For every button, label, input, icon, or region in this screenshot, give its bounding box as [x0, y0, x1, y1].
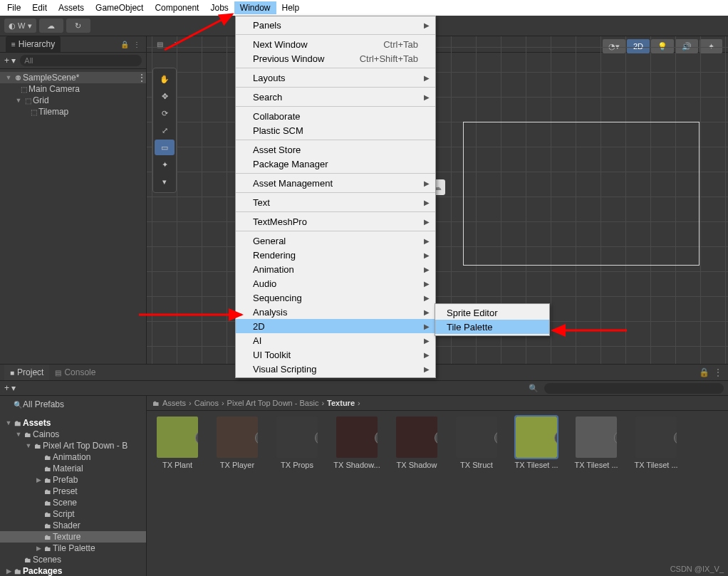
tree-item-assets[interactable]: ▼🖿Assets [0, 417, 146, 429]
menubar-item-gameobject[interactable]: GameObject [90, 1, 149, 14]
play-icon[interactable]: ▶ [375, 431, 378, 445]
rotate-tool[interactable]: ⟳ [155, 105, 175, 121]
tree-item-scene[interactable]: 🖿Scene [0, 497, 146, 508]
breadcrumb-part[interactable]: Texture [327, 399, 355, 407]
menu-item-audio[interactable]: Audio▶ [236, 276, 435, 290]
rect-tool[interactable]: ▭ [155, 140, 175, 155]
history-button[interactable]: ↻ [66, 19, 90, 33]
play-icon[interactable]: ▶ [435, 431, 437, 445]
menubar-item-help[interactable]: Help [276, 1, 306, 14]
menu-item-text[interactable]: Text▶ [236, 195, 435, 209]
lock-icon[interactable]: 🔒 [699, 367, 709, 377]
menu-item-rendering[interactable]: Rendering▶ [236, 248, 435, 262]
tree-item-preset[interactable]: 🖿Preset [0, 486, 146, 497]
menu-item-layouts[interactable]: Layouts▶ [236, 70, 435, 85]
tab-console[interactable]: ▤Console [49, 365, 101, 380]
scene-more-icon[interactable]: ⋮ [137, 73, 146, 83]
hierarchy-item[interactable]: ▼⬚Grid [0, 95, 146, 106]
play-icon[interactable]: ▶ [494, 431, 497, 445]
more-icon[interactable]: ⋮ [714, 367, 722, 377]
play-icon[interactable]: ▶ [195, 431, 198, 445]
hierarchy-item[interactable]: ⬚Tilemap [0, 106, 146, 117]
scene-row[interactable]: ▼⚉SampleScene*⋮ [0, 72, 146, 83]
menu-item-package-manager[interactable]: Package Manager [236, 157, 435, 171]
menubar-item-assets[interactable]: Assets [53, 1, 90, 14]
menu-item-sequencing[interactable]: Sequencing▶ [236, 290, 435, 305]
tree-item-script[interactable]: 🖿Script [0, 508, 146, 520]
asset-item[interactable]: ▶TX Shadow [392, 417, 442, 469]
menubar-item-jobs[interactable]: Jobs [204, 1, 234, 14]
hierarchy-item[interactable]: ⬚Main Camera [0, 83, 146, 95]
menu-item-asset-store[interactable]: Asset Store [236, 142, 435, 157]
submenu-item-tile-palette[interactable]: Tile Palette [435, 320, 549, 334]
lock-icon[interactable]: 🔒 [120, 41, 129, 48]
tree-item-pixel-art-top-down---b[interactable]: ▼🖿Pixel Art Top Down - B [0, 440, 146, 451]
submenu-item-sprite-editor[interactable]: Sprite Editor [435, 305, 549, 320]
folder-icon: 🖿 [43, 465, 53, 473]
play-icon[interactable]: ▶ [674, 431, 677, 445]
cloud-button[interactable]: ☁ [39, 19, 63, 33]
menubar-item-file[interactable]: File [1, 1, 26, 14]
asset-thumbnail: ▶ [396, 417, 437, 458]
menu-item-visual-scripting[interactable]: Visual Scripting▶ [236, 362, 435, 376]
asset-item[interactable]: ▶TX Shadow... [332, 417, 382, 469]
menubar-item-window[interactable]: Window [234, 1, 276, 14]
asset-item[interactable]: ▶TX Tileset ... [511, 417, 561, 469]
cloud-icon: ☁ [47, 21, 55, 31]
asset-item[interactable]: ▶TX Struct [452, 417, 501, 469]
breadcrumb-part[interactable]: Pixel Art Top Down - Basic [227, 399, 319, 407]
tree-item-cainos[interactable]: ▼🖿Cainos [0, 429, 146, 440]
menu-item-analysis[interactable]: Analysis▶ [236, 305, 435, 319]
menu-item-asset-management[interactable]: Asset Management▶ [236, 176, 435, 190]
tree-item-scenes[interactable]: 🖿Scenes [0, 554, 146, 565]
asset-item[interactable]: ▶TX Tileset ... [571, 417, 621, 469]
play-icon[interactable]: ▶ [315, 431, 318, 445]
scale-tool[interactable]: ⤢ [155, 122, 175, 138]
menubar-item-edit[interactable]: Edit [26, 1, 53, 14]
menu-item-previous-window[interactable]: Previous WindowCtrl+Shift+Tab [236, 51, 435, 66]
asset-item[interactable]: ▶TX Tileset ... [631, 417, 681, 469]
chevron-icon: › [189, 399, 192, 407]
tree-item-animation[interactable]: 🖿Animation [0, 451, 146, 463]
menu-item-search[interactable]: Search▶ [236, 90, 435, 104]
asset-item[interactable]: ▶TX Player [212, 417, 262, 469]
menu-item-plastic-scm[interactable]: Plastic SCM [236, 123, 435, 137]
menu-item-ui-toolkit[interactable]: UI Toolkit▶ [236, 347, 435, 362]
tree-item-packages[interactable]: ▶🖿Packages [0, 565, 146, 576]
menu-item-collaborate[interactable]: Collaborate [236, 109, 435, 123]
play-icon[interactable]: ▶ [614, 431, 617, 445]
hierarchy-tab[interactable]: ≡Hierarchy [6, 36, 61, 52]
transform-tool[interactable]: ✦ [155, 157, 175, 172]
hand-tool[interactable]: ✋ [155, 71, 175, 87]
tab-project[interactable]: ■Project [4, 365, 49, 380]
menu-item-next-window[interactable]: Next WindowCtrl+Tab [236, 37, 435, 51]
breadcrumb-part[interactable]: Assets [162, 399, 186, 407]
add-button[interactable]: + ▾ [4, 56, 16, 66]
menu-item-general[interactable]: General▶ [236, 234, 435, 248]
more-icon[interactable]: ⋮ [133, 41, 140, 48]
menu-item-panels[interactable]: Panels▶ [236, 18, 435, 32]
tree-item-texture[interactable]: 🖿Texture [0, 531, 146, 543]
account-button[interactable]: ◐ W ▾ [4, 19, 36, 33]
favorites-row[interactable]: 🔍All Prefabs [0, 399, 146, 410]
play-icon[interactable]: ▶ [554, 431, 557, 445]
add-asset-button[interactable]: + ▾ [4, 383, 16, 393]
tree-item-shader[interactable]: 🖿Shader [0, 520, 146, 531]
menu-item-animation[interactable]: Animation▶ [236, 262, 435, 276]
menu-item-textmeshpro[interactable]: TextMeshPro▶ [236, 214, 435, 229]
move-tool[interactable]: ✥ [155, 88, 175, 104]
project-search-input[interactable] [544, 383, 724, 394]
menu-item-2d[interactable]: 2D▶ [236, 319, 435, 333]
tree-item-material[interactable]: 🖿Material [0, 463, 146, 474]
asset-item[interactable]: ▶TX Plant [152, 417, 202, 469]
folder-icon: 🖿 [43, 454, 53, 461]
menubar-item-component[interactable]: Component [149, 1, 204, 14]
tree-item-tile-palette[interactable]: ▶🖿Tile Palette [0, 543, 146, 554]
asset-item[interactable]: ▶TX Props [272, 417, 322, 469]
menu-item-ai[interactable]: AI▶ [236, 333, 435, 347]
breadcrumb-part[interactable]: Cainos [194, 399, 219, 407]
hierarchy-search-input[interactable] [20, 55, 142, 66]
custom-tool[interactable]: ▾ [155, 174, 175, 189]
play-icon[interactable]: ▶ [255, 431, 258, 445]
tree-item-prefab[interactable]: ▶🖿Prefab [0, 474, 146, 486]
